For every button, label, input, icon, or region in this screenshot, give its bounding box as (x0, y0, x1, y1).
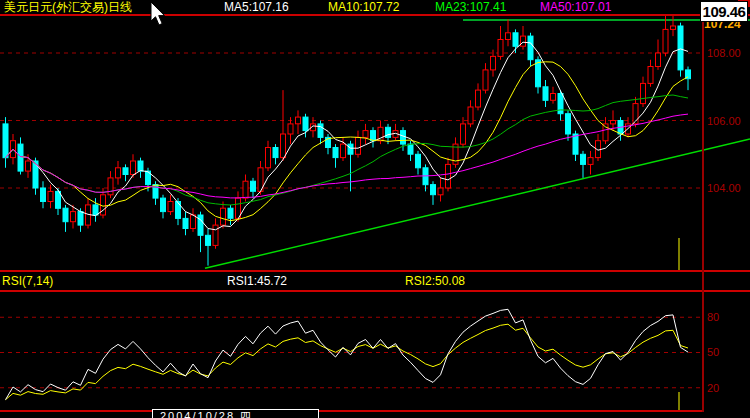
rsi1-label: RSI1:45.72 (227, 275, 287, 288)
ma-line-5 (6, 42, 689, 230)
rsi-label-20: 20 (707, 382, 719, 394)
main-price-chart[interactable] (0, 15, 750, 271)
price-label-108: 108.00 (707, 47, 741, 59)
ma10-label: MA10:107.72 (328, 1, 399, 14)
panel-divider-top (0, 270, 750, 272)
rsi-gridlines (0, 317, 702, 388)
rsi-lines-layer (6, 309, 689, 399)
bottom-border (0, 410, 704, 412)
header-divider (0, 14, 750, 16)
rsi2-label: RSI2:50.08 (405, 275, 465, 288)
panel-divider-bottom (0, 290, 750, 292)
ma50-label: MA50:107.01 (540, 1, 611, 14)
rsi-line-7 (6, 309, 689, 399)
trend-annotations (205, 20, 750, 268)
rsi-title: RSI(7,14) (2, 275, 53, 288)
rsi-indicator-chart[interactable] (0, 292, 750, 410)
ma-lines-layer (6, 42, 689, 230)
mouse-cursor (150, 2, 168, 28)
price-label-104: 104.00 (707, 182, 741, 194)
rsi-label-80: 80 (707, 311, 719, 323)
ma5-label: MA5:107.16 (224, 1, 289, 14)
window-high-box: 109.46 (700, 1, 748, 22)
ma23-label: MA23:107.41 (435, 1, 506, 14)
price-label-106: 106.00 (707, 115, 741, 127)
rsi-label-50: 50 (707, 346, 719, 358)
price-axis-line (702, 14, 704, 412)
rsi-line-14 (6, 324, 689, 400)
chart-title: 美元日元(外汇交易)日线 (4, 1, 132, 14)
charting-app: 美元日元(外汇交易)日线 MA5:107.16 MA10:107.72 MA23… (0, 0, 750, 418)
date-box: 2004/10/28 四 (152, 409, 319, 418)
ma-line-10 (6, 62, 689, 221)
